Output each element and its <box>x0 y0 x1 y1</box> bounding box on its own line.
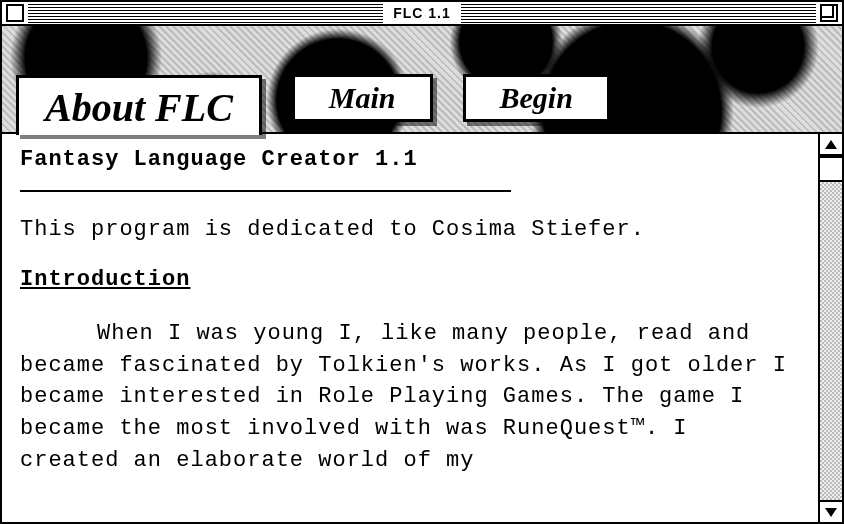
scroll-up-button[interactable] <box>820 134 842 156</box>
window-title: FLC 1.1 <box>383 5 461 21</box>
chevron-down-icon <box>825 508 837 517</box>
divider <box>20 190 511 192</box>
tab-begin[interactable]: Begin <box>463 74 610 122</box>
scroll-track[interactable] <box>820 156 842 500</box>
introduction-body: When I was young I, like many people, re… <box>20 318 800 477</box>
section-heading-introduction: Introduction <box>20 264 800 296</box>
dedication-text: This program is dedicated to Cosima Stie… <box>20 214 800 246</box>
close-box[interactable] <box>6 4 24 22</box>
scroll-down-button[interactable] <box>820 500 842 522</box>
vertical-scrollbar[interactable] <box>818 134 842 522</box>
titlebar-stripes <box>28 2 383 24</box>
about-text-pane: Fantasy Language Creator 1.1 This progra… <box>2 134 818 522</box>
tab-background: About FLC Main Begin <box>2 26 842 134</box>
scroll-thumb[interactable] <box>820 156 842 182</box>
tab-row: About FLC Main Begin <box>8 74 836 132</box>
app-window: FLC 1.1 About FLC Main Begin Fantasy Lan… <box>0 0 844 524</box>
content-area: Fantasy Language Creator 1.1 This progra… <box>2 134 842 522</box>
about-title: Fantasy Language Creator 1.1 <box>20 144 800 176</box>
tab-about-flc[interactable]: About FLC <box>16 75 262 135</box>
tab-main[interactable]: Main <box>292 74 433 122</box>
zoom-box[interactable] <box>820 4 838 22</box>
chevron-up-icon <box>825 140 837 149</box>
titlebar-stripes <box>461 2 816 24</box>
titlebar: FLC 1.1 <box>2 2 842 26</box>
